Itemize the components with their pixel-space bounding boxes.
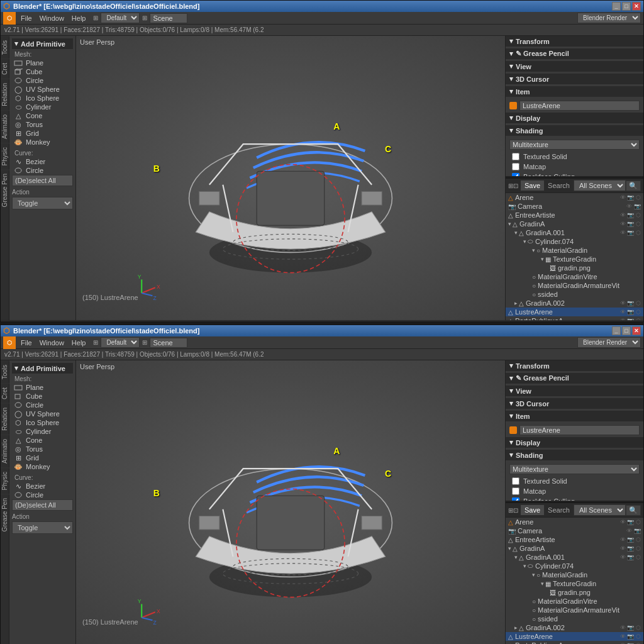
curve-bezier-top[interactable]: ∿ Bezier: [12, 157, 73, 166]
mesh-grid-top[interactable]: ⊞ Grid: [12, 129, 73, 138]
tab-relation-bottom[interactable]: Relation: [1, 403, 9, 435]
outliner-lustre-top[interactable]: △ LustreArene 👁 📷 ⬡: [506, 308, 643, 316]
close-btn-bottom[interactable]: ✕: [632, 326, 641, 335]
close-btn-top[interactable]: ✕: [632, 2, 641, 11]
outliner-gradina-bottom[interactable]: ▾ △ GradinA 👁 📷 ⬡: [506, 544, 643, 553]
tab-cret-top[interactable]: Cret: [1, 58, 9, 79]
curve-circle-bottom[interactable]: Circle: [12, 491, 73, 499]
curve-bezier-bottom[interactable]: ∿ Bezier: [12, 482, 73, 491]
deselect-all-btn-top[interactable]: (De)select All: [12, 175, 73, 186]
3dcursor-header-top[interactable]: 3D Cursor: [506, 74, 643, 84]
mesh-cone-top[interactable]: △ Cone: [12, 111, 73, 120]
tab-relation-top[interactable]: Relation: [1, 79, 9, 110]
tab-view-top[interactable]: Search: [544, 180, 574, 191]
minimize-btn-bottom[interactable]: _: [612, 326, 621, 335]
viewport-top[interactable]: User Persp: [76, 36, 505, 320]
menu-file-top[interactable]: File: [17, 14, 36, 22]
layout-preset-top[interactable]: Default: [101, 13, 140, 23]
engine-selector-bottom[interactable]: Blender Render: [577, 337, 641, 348]
mesh-monkey-top[interactable]: 🐵 Monkey: [12, 138, 73, 147]
item-header-bottom[interactable]: Item: [506, 411, 643, 421]
maximize-btn-bottom[interactable]: □: [622, 326, 631, 335]
mesh-icosphere-bottom[interactable]: ⬡ Ico Sphere: [12, 418, 73, 427]
outliner-gradina-top[interactable]: ▾ △ GradinA 👁 📷 ⬡: [506, 219, 643, 228]
item-name-input-top[interactable]: [519, 101, 640, 111]
tab-tools-bottom[interactable]: Tools: [1, 360, 9, 383]
tab-scenes-top[interactable]: Save: [521, 180, 544, 191]
outliner-arene-top[interactable]: △ Arene 👁 📷 ⬡: [506, 193, 643, 202]
maximize-btn-top[interactable]: □: [622, 2, 631, 11]
mesh-cube-bottom[interactable]: Cube: [12, 392, 73, 401]
backface-culling-cb-bottom[interactable]: [512, 497, 519, 502]
outliner-matgradin-bottom[interactable]: ▾ ○ MaterialGradin: [506, 570, 643, 579]
outliner-entree-top[interactable]: △ EntreeArtiste 👁 📷 ⬡: [506, 211, 643, 219]
shading-mode-select-bottom[interactable]: Multitexture: [509, 464, 640, 474]
action-dropdown-bottom[interactable]: Toggle: [12, 521, 73, 534]
outliner-texgradin-top[interactable]: ▾ ▦ TextureGradin: [506, 255, 643, 264]
minimize-btn-top[interactable]: _: [612, 2, 621, 11]
item-header-top[interactable]: Item: [506, 86, 643, 97]
3dcursor-header-bottom[interactable]: 3D Cursor: [506, 398, 643, 409]
outliner-gradina001-top[interactable]: ▾ △ GradinA.001 👁 📷 ⬡: [506, 228, 643, 237]
outliner-cylinder-bottom[interactable]: ▾ ⬭ Cylinder.074: [506, 562, 643, 570]
transform-header-bottom[interactable]: Transform: [506, 360, 643, 371]
outliner-camera-bottom[interactable]: 📷 Camera 👁 📷: [506, 526, 643, 535]
item-name-input-bottom[interactable]: [519, 425, 640, 435]
outliner-cylinder-top[interactable]: ▾ ⬭ Cylinder.074: [506, 237, 643, 246]
search-outliner-btn-top[interactable]: 🔍: [626, 180, 641, 191]
outliner-matgradin-top[interactable]: ▾ ○ MaterialGradin: [506, 246, 643, 255]
shading-header-top[interactable]: Shading: [506, 125, 643, 136]
tab-tools-top[interactable]: Tools: [1, 36, 9, 58]
mesh-torus-bottom[interactable]: ◎ Torus: [12, 445, 73, 453]
tab-scenes-bottom[interactable]: Save: [521, 505, 544, 515]
textured-solid-cb-top[interactable]: [512, 153, 519, 160]
mesh-plane-top[interactable]: Plane: [12, 58, 73, 67]
shading-header-bottom[interactable]: Shading: [506, 450, 643, 460]
scene-selector-bottom[interactable]: All Scenes: [574, 504, 626, 516]
mesh-circle-bottom[interactable]: Circle: [12, 401, 73, 409]
tab-cret-bottom[interactable]: Cret: [1, 383, 9, 403]
mesh-cylinder-bottom[interactable]: ⬭ Cylinder: [12, 427, 73, 436]
outliner-texgradin-bottom[interactable]: ▾ ▦ TextureGradin: [506, 579, 643, 588]
backface-culling-cb-top[interactable]: [512, 173, 519, 177]
action-dropdown-top[interactable]: Toggle: [12, 197, 73, 209]
outliner-entree-bottom[interactable]: △ EntreeArtiste 👁 📷 ⬡: [506, 535, 643, 544]
mesh-uvsphere-top[interactable]: ◯ UV Sphere: [12, 85, 73, 94]
tab-animatio-bottom[interactable]: Animatio: [1, 435, 9, 467]
menu-help-top[interactable]: Help: [68, 14, 90, 22]
view-btn-top[interactable]: View: [13, 322, 37, 323]
mesh-cube-top[interactable]: Cube: [12, 67, 73, 76]
mode-selector-top[interactable]: ⊙ Object Mode: [125, 322, 191, 323]
mesh-cone-bottom[interactable]: △ Cone: [12, 436, 73, 445]
scene-input-bottom[interactable]: [150, 338, 187, 348]
global-selector-top[interactable]: Global: [574, 322, 613, 323]
outliner-gradina001-bottom[interactable]: ▾ △ GradinA.001 👁 📷 ⬡: [506, 553, 643, 562]
matcap-cb-top[interactable]: [512, 163, 519, 170]
mesh-cylinder-top[interactable]: ⬭ Cylinder: [12, 103, 73, 111]
outliner-matarm-bottom[interactable]: ○ MaterialGradinArmatureVit: [506, 606, 643, 614]
outliner-portea-top[interactable]: △ PortePubliqueA 👁 📷 ⬡: [506, 316, 643, 320]
tab-physics-top[interactable]: Physic: [1, 143, 9, 169]
transform-header-top[interactable]: Transform: [506, 36, 643, 47]
outliner-matvitre-bottom[interactable]: ○ MaterialGradinVitre: [506, 597, 643, 606]
outliner-lustre-bottom[interactable]: △ LustreArene 👁 📷 ⬡: [506, 632, 643, 641]
add-primitive-header-bottom[interactable]: Add Primitive: [12, 363, 73, 374]
viewport-bottom[interactable]: User Persp: [76, 360, 505, 644]
outliner-ssided-top[interactable]: ○ ssided: [506, 290, 643, 299]
menu-window-bottom[interactable]: Window: [36, 339, 68, 347]
outliner-gradinpng-bottom[interactable]: 🖼 gradin.png: [506, 588, 643, 597]
tab-animatio-top[interactable]: Animatio: [1, 110, 9, 143]
deselect-all-btn-bottom[interactable]: (De)select All: [12, 499, 73, 511]
view-header-top[interactable]: View: [506, 61, 643, 72]
shading-mode-select-top[interactable]: Multitexture: [509, 140, 640, 150]
menu-window-top[interactable]: Window: [36, 14, 68, 22]
outliner-arene-bottom[interactable]: △ Arene 👁 📷 ⬡: [506, 518, 643, 526]
mesh-plane-bottom[interactable]: Plane: [12, 383, 73, 392]
display-header-top[interactable]: Display: [506, 113, 643, 123]
outliner-ssided-bottom[interactable]: ○ ssided: [506, 614, 643, 623]
outliner-matvitre-top[interactable]: ○ MaterialGradinVitre: [506, 272, 643, 281]
tab-grease-bottom[interactable]: Grease Pen: [1, 494, 9, 535]
textured-solid-cb-bottom[interactable]: [512, 477, 519, 485]
matcap-cb-bottom[interactable]: [512, 487, 519, 495]
outliner-portea-bottom[interactable]: △ PortePubliqueA 👁 📷 ⬡: [506, 641, 643, 644]
